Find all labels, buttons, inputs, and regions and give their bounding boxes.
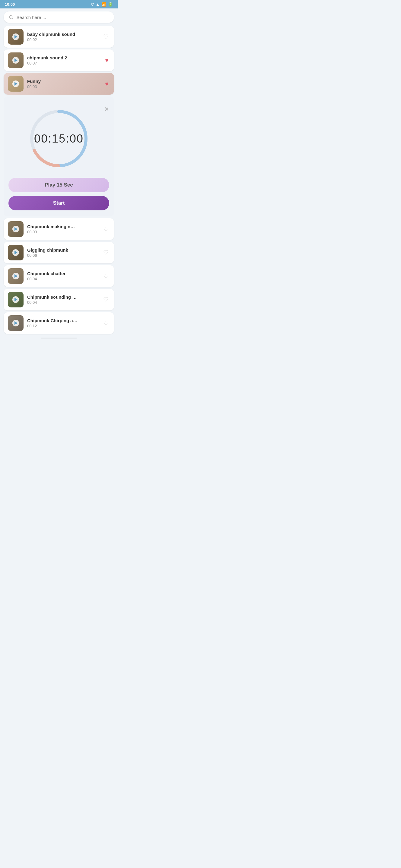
thumbnail-1[interactable] xyxy=(8,29,24,44)
play-button-3[interactable] xyxy=(12,81,19,87)
sound-info-4: Chipmunk making n… 00:03 xyxy=(27,224,98,234)
sound-title-2: chipmunk sound 2 xyxy=(27,55,100,60)
thumbnail-2[interactable] xyxy=(8,53,24,68)
sound-info-2: chipmunk sound 2 00:07 xyxy=(27,55,100,65)
search-icon xyxy=(8,14,13,20)
timer-circle-container: 00:15:00 ✕ xyxy=(8,105,109,172)
sound-info-7: Chipmunk sounding … 00:04 xyxy=(27,294,98,305)
play-15-sec-button[interactable]: Play 15 Sec xyxy=(8,178,109,192)
play-button-8[interactable] xyxy=(12,320,19,327)
search-bar xyxy=(4,11,114,23)
status-bar: 10:00 ▽ ▲ 📶 🔋 xyxy=(0,0,118,8)
sound-duration-6: 00:04 xyxy=(27,277,98,281)
play-triangle-icon xyxy=(15,82,18,86)
sound-title-6: Chipmunk chatter xyxy=(27,271,98,276)
svg-line-1 xyxy=(12,18,13,19)
sound-item-2: chipmunk sound 2 00:07 ♥ xyxy=(4,50,114,71)
thumbnail-8[interactable] xyxy=(8,315,24,331)
sound-title-5: Giggling chipmunk xyxy=(27,247,98,253)
play-triangle-icon xyxy=(15,274,18,278)
sound-duration-7: 00:04 xyxy=(27,300,98,305)
play-triangle-icon xyxy=(15,227,18,231)
sound-duration-8: 00:12 xyxy=(27,324,98,328)
sound-duration-5: 00:06 xyxy=(27,253,98,258)
sound-duration-4: 00:03 xyxy=(27,230,98,234)
sound-title-1: baby chipmunk sound xyxy=(27,32,98,37)
sound-item-below-6: Chipmunk chatter 00:04 ♡ xyxy=(4,265,114,287)
thumbnail-4[interactable] xyxy=(8,221,24,237)
play-triangle-icon xyxy=(15,321,18,325)
bottom-bar xyxy=(41,338,77,339)
like-button-1[interactable]: ♡ xyxy=(102,32,110,41)
close-timer-button[interactable]: ✕ xyxy=(104,105,109,113)
thumbnail-3[interactable] xyxy=(8,76,24,92)
like-button-5[interactable]: ♡ xyxy=(102,248,110,257)
play-button-4[interactable] xyxy=(12,226,19,232)
signal-bars-icon: 📶 xyxy=(102,2,106,7)
sound-title-4: Chipmunk making n… xyxy=(27,224,98,229)
sound-info-8: Chipmunk Chirping a… 00:12 xyxy=(27,318,98,328)
thumbnail-6[interactable] xyxy=(8,268,24,284)
like-button-3[interactable]: ♥ xyxy=(104,79,110,89)
sound-title-3: Funny xyxy=(27,79,100,84)
wifi-icon: ▲ xyxy=(96,2,99,7)
play-triangle-icon xyxy=(15,35,18,38)
status-time: 10:00 xyxy=(5,2,15,7)
signal-icon: ▽ xyxy=(91,2,94,7)
play-button-7[interactable] xyxy=(12,296,19,303)
sound-duration-1: 00:02 xyxy=(27,37,98,42)
status-icons: ▽ ▲ 📶 🔋 xyxy=(91,2,113,7)
like-button-4[interactable]: ♡ xyxy=(102,224,110,234)
svg-point-0 xyxy=(9,16,12,19)
timer-display: 00:15:00 xyxy=(34,132,84,145)
sound-duration-3: 00:03 xyxy=(27,84,100,89)
like-button-6[interactable]: ♡ xyxy=(102,271,110,281)
sound-item-below-7: Chipmunk sounding … 00:04 ♡ xyxy=(4,289,114,310)
play-triangle-icon xyxy=(15,59,18,62)
thumbnail-7[interactable] xyxy=(8,292,24,307)
play-triangle-icon xyxy=(15,298,18,301)
sound-item-below-4: Chipmunk making n… 00:03 ♡ xyxy=(4,218,114,240)
sound-item-3: Funny 00:03 ♥ xyxy=(4,73,114,95)
sound-info-5: Giggling chipmunk 00:06 xyxy=(27,247,98,258)
sound-item-below-8: Chipmunk Chirping a… 00:12 ♡ xyxy=(4,312,114,334)
play-button-1[interactable] xyxy=(12,33,19,40)
play-triangle-icon xyxy=(15,251,18,254)
battery-icon: 🔋 xyxy=(108,2,113,7)
sound-duration-2: 00:07 xyxy=(27,61,100,65)
search-input[interactable] xyxy=(17,15,109,20)
sounds-below-list: Chipmunk making n… 00:03 ♡ Giggling chip… xyxy=(0,218,118,334)
thumbnail-5[interactable] xyxy=(8,245,24,260)
timer-section: 00:15:00 ✕ Play 15 Sec Start xyxy=(4,96,114,216)
play-button-5[interactable] xyxy=(12,249,19,256)
play-button-6[interactable] xyxy=(12,273,19,279)
sound-title-8: Chipmunk Chirping a… xyxy=(27,318,98,323)
sound-item-below-5: Giggling chipmunk 00:06 ♡ xyxy=(4,242,114,264)
sound-title-7: Chipmunk sounding … xyxy=(27,294,98,300)
start-button[interactable]: Start xyxy=(8,196,109,210)
like-button-2[interactable]: ♥ xyxy=(104,56,110,65)
sound-info-6: Chipmunk chatter 00:04 xyxy=(27,271,98,281)
sound-info-3: Funny 00:03 xyxy=(27,79,100,89)
play-button-2[interactable] xyxy=(12,57,19,64)
like-button-8[interactable]: ♡ xyxy=(102,318,110,328)
sound-info-1: baby chipmunk sound 00:02 xyxy=(27,32,98,42)
sound-item-1: baby chipmunk sound 00:02 ♡ xyxy=(4,26,114,48)
like-button-7[interactable]: ♡ xyxy=(102,295,110,304)
